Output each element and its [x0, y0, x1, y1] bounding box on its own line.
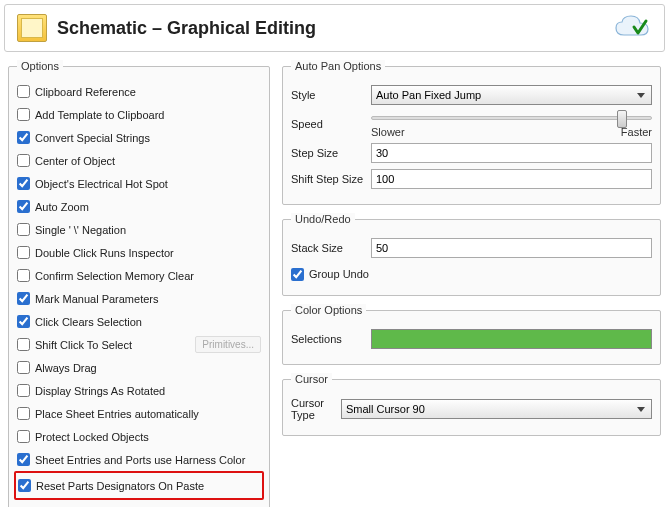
- right-column: Auto Pan Options Style Auto Pan Fixed Ju…: [282, 60, 661, 507]
- color-legend: Color Options: [291, 304, 366, 316]
- undo-group: Undo/Redo Stack Size Group Undo: [282, 213, 661, 296]
- option-checkbox[interactable]: [17, 453, 30, 466]
- autopan-group: Auto Pan Options Style Auto Pan Fixed Ju…: [282, 60, 661, 205]
- option-label: Mark Manual Parameters: [35, 293, 159, 305]
- schematic-icon: [17, 14, 47, 42]
- cursor-group: Cursor Cursor Type Small Cursor 90: [282, 373, 661, 436]
- option-label: Add Template to Clipboard: [35, 109, 164, 121]
- shift-step-label: Shift Step Size: [291, 173, 371, 185]
- option-label: Shift Click To Select: [35, 339, 132, 351]
- group-undo-label: Group Undo: [309, 268, 369, 280]
- option-row: Center of Object: [17, 149, 261, 172]
- option-row: Auto Zoom: [17, 195, 261, 218]
- option-row: Place Sheet Entries automatically: [17, 402, 261, 425]
- option-checkbox[interactable]: [17, 177, 30, 190]
- style-dropdown[interactable]: Auto Pan Fixed Jump: [371, 85, 652, 105]
- option-label: Protect Locked Objects: [35, 431, 149, 443]
- option-checkbox[interactable]: [17, 85, 30, 98]
- selections-color-swatch[interactable]: [371, 329, 652, 349]
- option-checkbox[interactable]: [17, 223, 30, 236]
- option-label: Click Clears Selection: [35, 316, 142, 328]
- options-group: Options Clipboard ReferenceAdd Template …: [8, 60, 270, 507]
- option-label: Single ' \' Negation: [35, 224, 126, 236]
- speed-slider[interactable]: [371, 116, 652, 120]
- main-content: Options Clipboard ReferenceAdd Template …: [0, 56, 669, 507]
- option-row: Confirm Selection Memory Clear: [17, 264, 261, 287]
- option-label: Reset Parts Designators On Paste: [36, 480, 204, 492]
- option-label: Display Strings As Rotated: [35, 385, 165, 397]
- stack-size-input[interactable]: [371, 238, 652, 258]
- option-label: Center of Object: [35, 155, 115, 167]
- option-checkbox[interactable]: [17, 315, 30, 328]
- option-label: Auto Zoom: [35, 201, 89, 213]
- option-row: Display Strings As Rotated: [17, 379, 261, 402]
- option-checkbox[interactable]: [17, 131, 30, 144]
- option-checkbox[interactable]: [17, 200, 30, 213]
- option-checkbox[interactable]: [17, 269, 30, 282]
- option-row: Clipboard Reference: [17, 80, 261, 103]
- option-row: Click Clears Selection: [17, 310, 261, 333]
- left-column: Options Clipboard ReferenceAdd Template …: [8, 60, 270, 507]
- option-checkbox[interactable]: [17, 108, 30, 121]
- speed-label: Speed: [291, 118, 371, 130]
- option-row: Single ' \' Negation: [17, 218, 261, 241]
- options-legend: Options: [17, 60, 63, 72]
- option-label: Always Drag: [35, 362, 97, 374]
- cloud-check-icon[interactable]: [612, 13, 652, 43]
- option-label: Place Sheet Entries automatically: [35, 408, 199, 420]
- option-row: Reset Parts Designators On Paste: [18, 474, 260, 497]
- page-title: Schematic – Graphical Editing: [57, 18, 612, 39]
- color-group: Color Options Selections: [282, 304, 661, 365]
- option-row: Add Template to Clipboard: [17, 103, 261, 126]
- option-row: Always Drag: [17, 356, 261, 379]
- slider-thumb[interactable]: [617, 110, 627, 128]
- option-row: Protect Locked Objects: [17, 425, 261, 448]
- cursor-type-label: Cursor Type: [291, 397, 341, 421]
- option-checkbox[interactable]: [17, 361, 30, 374]
- cursor-legend: Cursor: [291, 373, 332, 385]
- option-label: Convert Special Strings: [35, 132, 150, 144]
- stack-size-label: Stack Size: [291, 242, 371, 254]
- cursor-type-dropdown[interactable]: Small Cursor 90: [341, 399, 652, 419]
- option-row: Object's Electrical Hot Spot: [17, 172, 261, 195]
- option-label: Object's Electrical Hot Spot: [35, 178, 168, 190]
- group-undo-checkbox[interactable]: [291, 268, 304, 281]
- option-label: Double Click Runs Inspector: [35, 247, 174, 259]
- option-checkbox[interactable]: [17, 407, 30, 420]
- option-checkbox[interactable]: [17, 292, 30, 305]
- option-label: Confirm Selection Memory Clear: [35, 270, 194, 282]
- highlighted-option: Reset Parts Designators On Paste: [14, 471, 264, 500]
- autopan-legend: Auto Pan Options: [291, 60, 385, 72]
- slower-label: Slower: [371, 126, 405, 138]
- option-checkbox[interactable]: [17, 246, 30, 259]
- selections-label: Selections: [291, 333, 371, 345]
- step-size-input[interactable]: [371, 143, 652, 163]
- style-label: Style: [291, 89, 371, 101]
- option-checkbox[interactable]: [18, 479, 31, 492]
- option-row: Mark Manual Parameters: [17, 287, 261, 310]
- option-label: Clipboard Reference: [35, 86, 136, 98]
- option-label: Sheet Entries and Ports use Harness Colo…: [35, 454, 245, 466]
- option-checkbox[interactable]: [17, 384, 30, 397]
- option-row: Convert Special Strings: [17, 126, 261, 149]
- primitives-button[interactable]: Primitives...: [195, 336, 261, 353]
- header: Schematic – Graphical Editing: [4, 4, 665, 52]
- undo-legend: Undo/Redo: [291, 213, 355, 225]
- shift-step-input[interactable]: [371, 169, 652, 189]
- option-row: Shift Click To SelectPrimitives...: [17, 333, 261, 356]
- step-size-label: Step Size: [291, 147, 371, 159]
- option-checkbox[interactable]: [17, 430, 30, 443]
- option-checkbox[interactable]: [17, 154, 30, 167]
- option-row: Sheet Entries and Ports use Harness Colo…: [17, 448, 261, 471]
- option-row: Double Click Runs Inspector: [17, 241, 261, 264]
- option-checkbox[interactable]: [17, 338, 30, 351]
